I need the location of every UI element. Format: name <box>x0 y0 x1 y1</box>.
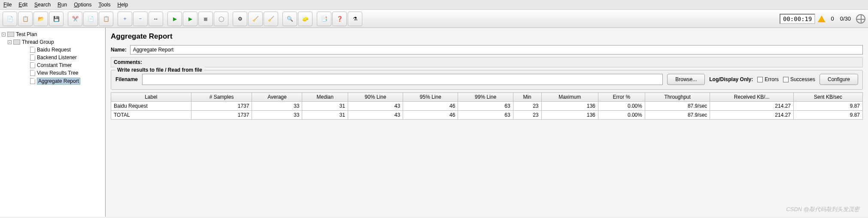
table-row[interactable]: TOTAL17373331434663231360.00%87.9/sec214… <box>111 111 863 120</box>
globe-icon <box>856 14 865 24</box>
menu-edit[interactable]: Edit <box>18 2 27 8</box>
cell: 63 <box>458 102 513 111</box>
toolbar: 📄 📋 📂 💾 ✂️ 📄 📋 ＋ － ↔ ▶ ▶ ◼ ◯ ⚙ 🧹 🧹 🔍 🧽 📑… <box>0 10 868 28</box>
cell: 33 <box>252 111 302 120</box>
file-icon <box>30 78 35 84</box>
tree-test-plan[interactable]: - Test Plan <box>2 30 103 38</box>
col-header[interactable]: Min <box>513 93 541 102</box>
col-header[interactable]: 90% Line <box>348 93 403 102</box>
filename-input[interactable] <box>142 74 663 85</box>
tree-item-constant-timer[interactable]: Constant Timer <box>30 61 103 69</box>
function-helper-icon[interactable]: 📑 <box>317 12 331 26</box>
warning-count: 0 <box>831 15 834 22</box>
cell: 136 <box>541 111 598 120</box>
heap-dump-icon[interactable]: ⚗ <box>348 12 362 26</box>
cell: 9.87 <box>794 102 863 111</box>
col-header[interactable]: Median <box>302 93 348 102</box>
cell: 31 <box>302 102 348 111</box>
toggle-icon[interactable]: ↔ <box>149 12 163 26</box>
plus-icon[interactable]: ＋ <box>118 12 132 26</box>
new-icon[interactable]: 📄 <box>3 12 17 26</box>
cell: 87.9/sec <box>645 111 710 120</box>
menu-bar: File Edit Search Run Options Tools Help <box>0 0 868 10</box>
cell: 33 <box>252 102 302 111</box>
tree-item-backend-listener[interactable]: Backend Listener <box>30 54 103 61</box>
tree-thread-group[interactable]: - Thread Group <box>8 38 103 46</box>
col-header[interactable]: Throughput <box>645 93 710 102</box>
paste-icon[interactable]: 📋 <box>99 12 113 26</box>
file-group-legend: Write results to file / Read from file <box>115 67 204 73</box>
col-header[interactable]: Average <box>252 93 302 102</box>
cell: 136 <box>541 102 598 111</box>
minus-icon[interactable]: － <box>133 12 148 26</box>
warning-icon[interactable] <box>818 15 826 22</box>
save-icon[interactable]: 💾 <box>49 12 64 26</box>
cell: 1737 <box>191 102 252 111</box>
cell: 43 <box>348 102 403 111</box>
col-header[interactable]: Maximum <box>541 93 598 102</box>
browse-button[interactable]: Browse... <box>667 74 705 85</box>
templates-icon[interactable]: 📋 <box>18 12 33 26</box>
menu-help[interactable]: Help <box>118 2 128 8</box>
start-no-timers-icon[interactable]: ▶ <box>183 12 197 26</box>
toggle-icon[interactable]: - <box>8 40 12 44</box>
col-header[interactable]: # Samples <box>191 93 252 102</box>
tree-panel: - Test Plan - Thread Group Baidu Request… <box>0 28 106 217</box>
open-icon[interactable]: 📂 <box>33 12 48 26</box>
logdisplay-label: Log/Display Only: <box>709 76 753 82</box>
name-label: Name: <box>111 47 127 53</box>
cell: 214.27 <box>710 111 794 120</box>
toggle-icon[interactable]: - <box>2 33 6 36</box>
name-input[interactable] <box>130 45 863 54</box>
table-row[interactable]: Baidu Request17373331434663231360.00%87.… <box>111 102 863 111</box>
menu-tools[interactable]: Tools <box>99 2 111 8</box>
remote-start-icon[interactable]: ⚙ <box>233 12 247 26</box>
filename-label: Filename <box>115 76 138 82</box>
cell: 0.00% <box>598 111 645 120</box>
cell: 23 <box>513 111 541 120</box>
cell: 214.27 <box>710 102 794 111</box>
stop-icon[interactable]: ◼ <box>198 12 213 26</box>
tree-item-view-results-tree[interactable]: View Results Tree <box>30 69 103 77</box>
cut-icon[interactable]: ✂️ <box>68 12 82 26</box>
cell: 0.00% <box>598 102 645 111</box>
configure-button[interactable]: Configure <box>819 74 858 85</box>
tree-item-baidu-request[interactable]: Baidu Request <box>30 46 103 54</box>
errors-checkbox[interactable]: Errors <box>757 76 779 82</box>
remote-stop-icon[interactable]: 🧹 <box>248 12 263 26</box>
col-header[interactable]: 99% Line <box>458 93 513 102</box>
menu-file[interactable]: File <box>3 2 12 8</box>
cell: 43 <box>348 111 403 120</box>
cell: 1737 <box>191 111 252 120</box>
col-header[interactable]: Sent KB/sec <box>794 93 863 102</box>
file-group: Write results to file / Read from file F… <box>111 70 863 90</box>
file-icon <box>30 62 35 68</box>
cell: 46 <box>403 102 458 111</box>
cell: 46 <box>403 111 458 120</box>
col-header[interactable]: Error % <box>598 93 645 102</box>
menu-options[interactable]: Options <box>74 2 91 8</box>
clear-search-icon[interactable]: 🧽 <box>298 12 313 26</box>
file-icon <box>30 54 35 61</box>
shutdown-icon[interactable]: ◯ <box>214 12 228 26</box>
cell: Baidu Request <box>111 102 191 111</box>
col-header[interactable]: 95% Line <box>403 93 458 102</box>
tree-item-aggregate-report[interactable]: Aggregate Report <box>30 77 103 85</box>
watermark: CSDN @敲代码敲到头发茂密 <box>786 206 859 213</box>
help-icon[interactable]: ❓ <box>332 12 347 26</box>
col-header[interactable]: Received KB/... <box>710 93 794 102</box>
menu-run[interactable]: Run <box>58 2 67 8</box>
search-test-icon[interactable]: 🔍 <box>282 12 297 26</box>
content-panel: Aggregate Report Name: Comments: Write r… <box>106 28 868 217</box>
clear-icon[interactable]: 🧹 <box>264 12 278 26</box>
start-icon[interactable]: ▶ <box>167 12 182 26</box>
file-icon <box>30 70 35 76</box>
file-icon <box>30 47 35 53</box>
successes-checkbox[interactable]: Successes <box>783 76 815 82</box>
col-header[interactable]: Label <box>111 93 191 102</box>
copy-icon[interactable]: 📄 <box>83 12 98 26</box>
menu-search[interactable]: Search <box>34 2 51 8</box>
cell: 63 <box>458 111 513 120</box>
page-title: Aggregate Report <box>111 32 863 41</box>
thread-count: 0/30 <box>840 15 851 22</box>
